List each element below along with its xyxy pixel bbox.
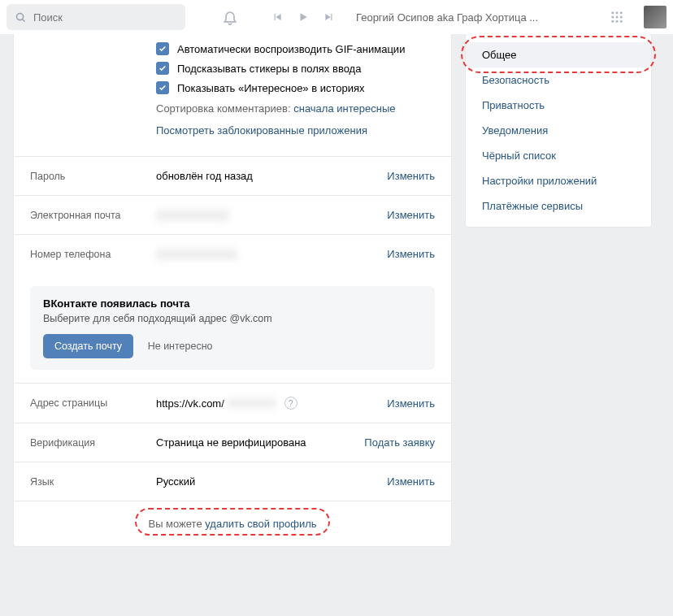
svg-point-7 bbox=[620, 16, 623, 19]
checkbox-label: Подсказывать стикеры в полях ввода bbox=[177, 63, 361, 75]
row-address: Адрес страницы https://vk.com/ ? Изменит… bbox=[14, 383, 451, 423]
prev-track-icon[interactable] bbox=[267, 7, 288, 28]
help-icon[interactable]: ? bbox=[284, 397, 297, 410]
notifications-icon[interactable] bbox=[219, 7, 241, 28]
svg-point-9 bbox=[616, 20, 619, 23]
row-value: Русский bbox=[156, 475, 387, 488]
checkbox-stories-row[interactable]: Показывать «Интересное» в историях bbox=[30, 78, 435, 98]
checkbox-label: Автоматически воспроизводить GIF-анимаци… bbox=[177, 43, 405, 55]
svg-point-10 bbox=[620, 20, 623, 23]
checkbox-stickers-row[interactable]: Подсказывать стикеры в полях ввода bbox=[30, 59, 435, 78]
svg-line-1 bbox=[23, 19, 25, 21]
row-value: Страница не верифицирована bbox=[156, 436, 364, 449]
search-box[interactable] bbox=[7, 4, 185, 30]
change-email-link[interactable]: Изменить bbox=[387, 209, 435, 221]
row-language: Язык Русский Изменить bbox=[14, 462, 451, 501]
row-label: Адрес страницы bbox=[30, 397, 156, 409]
row-verification: Верификация Страница не верифицирована П… bbox=[14, 423, 451, 462]
mail-promo-desc: Выберите для себя подходящий адрес @vk.c… bbox=[43, 313, 422, 324]
change-password-link[interactable]: Изменить bbox=[387, 170, 435, 182]
search-input[interactable] bbox=[33, 11, 177, 24]
row-label: Электронная почта bbox=[30, 210, 156, 221]
search-icon bbox=[15, 11, 27, 24]
mail-promo-title: ВКонтакте появилась почта bbox=[43, 297, 422, 310]
change-language-link[interactable]: Изменить bbox=[387, 475, 435, 488]
address-prefix: https://vk.com/ bbox=[156, 397, 224, 410]
svg-point-8 bbox=[611, 20, 614, 23]
topbar: Георгий Осипов aka Граф Хортица ... bbox=[0, 0, 673, 34]
settings-main: Автоматически воспроизводить GIF-анимаци… bbox=[13, 34, 452, 547]
sidebar-item-security[interactable]: Безопасность bbox=[466, 67, 651, 93]
settings-sidebar: Общее Безопасность Приватность Уведомлен… bbox=[465, 34, 652, 228]
services-grid-icon[interactable] bbox=[606, 7, 627, 28]
svg-point-0 bbox=[17, 13, 24, 20]
row-label: Номер телефона bbox=[30, 249, 156, 260]
svg-point-2 bbox=[611, 11, 614, 14]
svg-point-4 bbox=[620, 11, 623, 14]
sidebar-item-notifications[interactable]: Уведомления bbox=[466, 118, 651, 143]
row-phone: Номер телефона Изменить bbox=[14, 234, 451, 273]
create-mail-button[interactable]: Создать почту bbox=[43, 334, 133, 358]
sidebar-item-privacy[interactable]: Приватность bbox=[466, 93, 651, 118]
sort-value-link[interactable]: сначала интересные bbox=[293, 102, 395, 115]
checkbox-checked-icon bbox=[156, 42, 169, 55]
row-value bbox=[156, 249, 387, 260]
row-label: Язык bbox=[30, 476, 156, 488]
footer-prefix: Вы можете bbox=[148, 518, 205, 530]
delete-profile-footer: Вы можете удалить свой профиль bbox=[14, 501, 451, 546]
row-value: https://vk.com/ ? bbox=[156, 397, 387, 410]
sidebar-item-blacklist[interactable]: Чёрный список bbox=[466, 143, 651, 168]
play-icon[interactable] bbox=[293, 7, 314, 28]
svg-point-6 bbox=[616, 16, 619, 19]
sidebar-item-payments[interactable]: Платёжные сервисы bbox=[466, 193, 651, 219]
row-value: обновлён год назад bbox=[156, 170, 387, 182]
comment-sort: Сортировка комментариев: сначала интерес… bbox=[30, 98, 435, 119]
submit-verification-link[interactable]: Подать заявку bbox=[364, 436, 435, 449]
next-track-icon[interactable] bbox=[319, 7, 340, 28]
checkbox-label: Показывать «Интересное» в историях bbox=[177, 82, 365, 94]
delete-profile-link[interactable]: удалить свой профиль bbox=[205, 518, 316, 530]
row-email: Электронная почта Изменить bbox=[14, 195, 451, 234]
sidebar-item-general[interactable]: Общее bbox=[466, 42, 651, 67]
checkbox-checked-icon bbox=[156, 62, 169, 75]
sidebar-item-app-settings[interactable]: Настройки приложений bbox=[466, 168, 651, 193]
change-phone-link[interactable]: Изменить bbox=[387, 248, 435, 260]
row-label: Верификация bbox=[30, 437, 156, 449]
row-value bbox=[156, 210, 387, 221]
svg-point-3 bbox=[616, 11, 619, 14]
svg-point-5 bbox=[611, 16, 614, 19]
checkbox-gif-row[interactable]: Автоматически воспроизводить GIF-анимаци… bbox=[30, 39, 435, 59]
avatar[interactable] bbox=[644, 6, 666, 28]
row-label: Пароль bbox=[30, 171, 156, 182]
mail-promo: ВКонтакте появилась почта Выберите для с… bbox=[30, 286, 435, 370]
dismiss-mail-button[interactable]: Не интересно bbox=[137, 334, 224, 358]
player-controls bbox=[267, 7, 340, 28]
blocked-apps-link[interactable]: Посмотреть заблокированные приложения bbox=[156, 124, 367, 137]
change-address-link[interactable]: Изменить bbox=[387, 397, 435, 410]
checkbox-checked-icon bbox=[156, 81, 169, 94]
row-password: Пароль обновлён год назад Изменить bbox=[14, 156, 451, 195]
sort-label: Сортировка комментариев: bbox=[156, 102, 293, 115]
track-title[interactable]: Георгий Осипов aka Граф Хортица ... bbox=[356, 11, 559, 24]
